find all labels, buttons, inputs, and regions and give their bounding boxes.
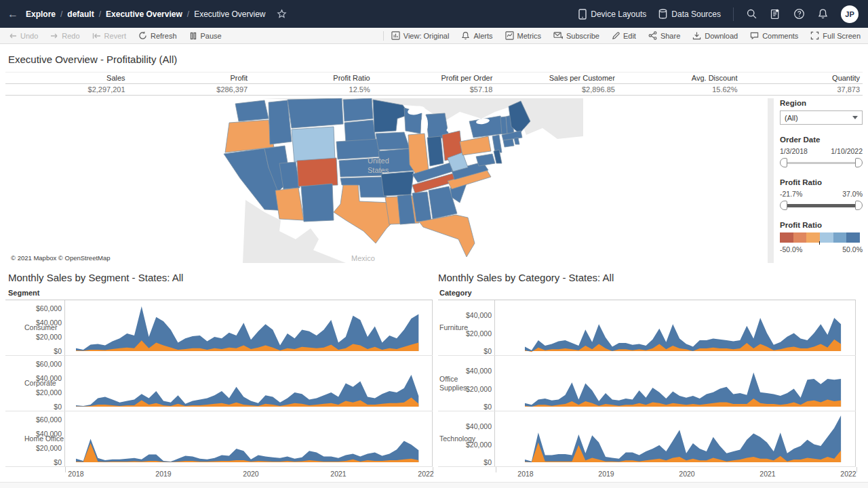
state-WY[interactable]: [292, 127, 335, 162]
axis-edge-lines: [496, 467, 857, 472]
back-arrow-icon[interactable]: ←: [0, 8, 26, 20]
subscribe-button[interactable]: Subscribe: [547, 31, 606, 40]
pause-button[interactable]: Pause: [183, 32, 228, 40]
area-chart-marks[interactable]: [495, 411, 855, 466]
segment-chart: Segment Consumer$0$20,000$40,000$60,000 …: [5, 289, 433, 481]
fullscreen-button[interactable]: Full Screen: [804, 31, 867, 40]
state-IA[interactable]: [376, 132, 410, 150]
region-dropdown[interactable]: (All): [780, 110, 863, 125]
state-ND[interactable]: [343, 98, 373, 121]
release-notes-icon[interactable]: [770, 8, 781, 20]
y-axis-tick: $20,000: [466, 329, 492, 338]
kpi-label: Profit: [128, 73, 251, 83]
slider-track[interactable]: [782, 204, 861, 207]
share-label: Share: [660, 32, 680, 40]
y-axis-tick: $20,000: [466, 441, 492, 449]
y-axis-tick: $20,000: [36, 444, 62, 452]
legend-range: -50.0% 50.0%: [780, 245, 863, 253]
view-original-button[interactable]: View: Original: [385, 31, 456, 40]
area-chart-marks[interactable]: [65, 411, 432, 466]
slider-handle-left[interactable]: [780, 158, 787, 167]
alerts-button[interactable]: Alerts: [455, 31, 498, 40]
refresh-button[interactable]: Refresh: [132, 31, 183, 40]
order-date-slider[interactable]: [780, 158, 863, 167]
legend-min: -50.0%: [780, 245, 802, 253]
us-states-map[interactable]: UnitedStatesMexico: [7, 98, 774, 263]
chevron-down-icon: [852, 116, 858, 119]
undo-button[interactable]: Undo: [3, 32, 44, 40]
bottom-scroll-strip[interactable]: [0, 482, 868, 488]
state-NM[interactable]: [301, 184, 334, 222]
comments-button[interactable]: Comments: [744, 31, 804, 40]
view-toolbar: Undo Redo Revert Refresh Pause: [0, 28, 868, 44]
svg-text:States: States: [368, 166, 389, 174]
color-legend-bar[interactable]: [780, 232, 860, 243]
device-layouts-button[interactable]: Device Layouts: [578, 9, 646, 20]
segment-chart-xaxis: 20182019202020212022: [5, 467, 433, 481]
kpi-value: 37,873: [740, 84, 863, 95]
data-sources-button[interactable]: Data Sources: [658, 9, 721, 19]
y-axis-tick: $40,000: [36, 374, 62, 382]
state-IN[interactable]: [427, 136, 443, 166]
x-axis-year-label: 2019: [598, 470, 614, 478]
slider-handle-right[interactable]: [855, 201, 863, 210]
y-axis-tick: $40,000: [466, 422, 492, 430]
view-original-label: View: Original: [403, 32, 450, 40]
breadcrumb-project[interactable]: default: [67, 9, 94, 19]
x-axis-year-label: 2021: [760, 470, 775, 478]
revert-button[interactable]: Revert: [86, 32, 132, 40]
area-chart-marks[interactable]: [495, 300, 855, 355]
redo-button[interactable]: Redo: [44, 32, 85, 40]
slider-track[interactable]: [782, 162, 861, 164]
search-icon[interactable]: [746, 8, 757, 20]
state-CT[interactable]: [503, 139, 514, 147]
profit-ratio-min: -21.7%: [780, 190, 802, 198]
profit-ratio-slider[interactable]: [780, 201, 863, 210]
notifications-bell-icon[interactable]: [817, 8, 829, 20]
area-chart-marks[interactable]: [65, 300, 432, 355]
state-MT[interactable]: [288, 98, 343, 128]
pause-label: Pause: [201, 32, 222, 40]
slider-handle-right[interactable]: [855, 158, 863, 167]
breadcrumb: Explore / default / Executive Overview /…: [26, 9, 287, 19]
category-dimension-header: Category: [438, 289, 856, 300]
y-axis-tick: $20,000: [36, 388, 62, 396]
y-axis-tick: $40,000: [466, 367, 492, 375]
download-button[interactable]: Download: [686, 31, 744, 40]
state-OR[interactable]: [225, 120, 274, 152]
y-axis-tick: $0: [484, 403, 492, 411]
breadcrumb-view[interactable]: Executive Overview: [194, 9, 265, 19]
share-button[interactable]: Share: [642, 31, 686, 40]
device-layouts-label: Device Layouts: [591, 9, 646, 19]
y-axis-tick: $40,000: [466, 311, 492, 319]
toolbar-right-group: View: Original Alerts Metrics Subscribe …: [382, 31, 868, 41]
kpi-label: Quantity: [740, 73, 863, 83]
area-chart-marks[interactable]: [65, 356, 432, 411]
legend-max: 50.0%: [842, 245, 863, 253]
profit-ratio-range: -21.7% 37.0%: [780, 190, 863, 198]
favorite-star-icon[interactable]: [277, 9, 287, 19]
slider-handle-left[interactable]: [780, 201, 787, 210]
mexico-map-label: Mexico: [351, 254, 375, 262]
kpi-value: 15.62%: [618, 84, 741, 95]
breadcrumb-separator: /: [99, 9, 101, 19]
help-icon[interactable]: [793, 8, 805, 20]
chart-row: Corporate$0$20,000$40,000$60,000: [5, 356, 433, 411]
breadcrumb-explore[interactable]: Explore: [26, 9, 56, 19]
user-avatar[interactable]: JP: [841, 5, 859, 23]
profitability-choropleth-map[interactable]: UnitedStatesMexico © 2021 Mapbox © OpenS…: [7, 98, 774, 263]
kpi-label: Profit Ratio: [250, 73, 373, 83]
state-WA[interactable]: [235, 100, 269, 121]
legend-midpoint-tick: [780, 243, 863, 245]
state-CO[interactable]: [297, 158, 338, 186]
kpi-value: $286,397: [128, 84, 251, 95]
x-axis-year-label: 2021: [330, 470, 346, 478]
breadcrumb-separator: /: [60, 9, 62, 19]
breadcrumb-workbook[interactable]: Executive Overview: [106, 9, 182, 19]
area-chart-marks[interactable]: [495, 356, 855, 411]
state-ID[interactable]: [269, 100, 292, 144]
metrics-button[interactable]: Metrics: [499, 31, 547, 40]
state-AR[interactable]: [381, 171, 414, 196]
edit-button[interactable]: Edit: [606, 32, 642, 40]
kpi-label-row: Sales Profit Profit Ratio Profit per Ord…: [5, 73, 863, 84]
